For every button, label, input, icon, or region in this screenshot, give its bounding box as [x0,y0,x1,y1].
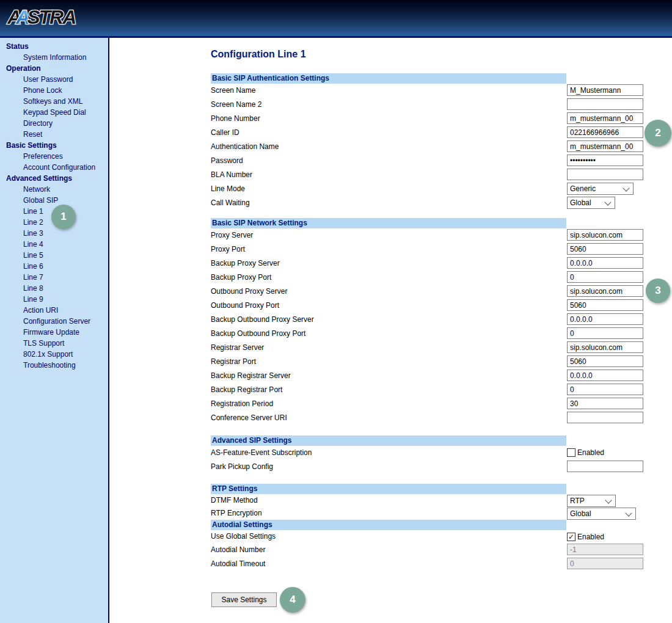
sidebar-item-system-information[interactable]: System Information [0,52,108,63]
section-header-basic-sip-network: Basic SIP Network Settings [211,218,566,228]
as-feature-event-subscription-checkbox[interactable] [567,448,575,457]
section-header-basic-sip-authentication: Basic SIP Authentication Settings [211,73,566,84]
backup-proxy-server-input[interactable] [567,257,643,269]
sidebar-section-status: Status [0,41,108,52]
field-label: Registration Period [211,397,273,411]
sidebar-item-network[interactable]: Network [0,184,108,195]
form-row: Outbound Proxy Server [211,285,646,299]
field-label: Backup Registrar Port [211,383,282,397]
backup-outbound-proxy-server-input[interactable] [567,313,643,325]
park-pickup-config-input[interactable] [567,461,643,472]
sidebar-item-line-4[interactable]: Line 4 [0,239,108,250]
form-row: Backup Proxy Port [211,271,646,285]
form-row: Password [211,154,646,168]
sidebar-item-directory[interactable]: Directory [0,118,108,129]
field-label: BLA Number [211,168,252,182]
autodial-timeout-input [567,558,643,569]
sidebar-item-8021x-support[interactable]: 802.1x Support [0,349,108,360]
outbound-proxy-port-input[interactable] [567,299,643,311]
chevron-down-icon [623,184,629,191]
sidebar-item-softkeys-and-xml[interactable]: Softkeys and XML [0,96,108,107]
select-value: Global [570,199,591,207]
autodial-number-input [567,544,643,555]
screen-name-2-input[interactable] [567,98,643,110]
form-row: Proxy Port [211,242,646,257]
sidebar-item-preferences[interactable]: Preferences [0,151,108,162]
registrar-port-input[interactable] [567,355,643,367]
sidebar-item-user-password[interactable]: User Password [0,74,108,85]
form-row: Registrar Port [211,355,646,369]
sidebar-item-global-sip[interactable]: Global SIP [0,195,108,206]
registrar-server-input[interactable] [567,341,643,353]
field-label: Line Mode [211,182,245,196]
proxy-server-input[interactable] [567,229,643,241]
backup-registrar-port-input[interactable] [567,384,643,395]
field-label: Autodial Number [211,543,265,557]
field-label: Backup Proxy Port [211,271,271,285]
save-settings-button[interactable]: Save Settings [211,592,277,607]
form-row: Registration Period [211,397,646,411]
field-label: Phone Number [211,112,260,126]
conference-server-uri-input[interactable] [567,412,643,423]
field-label: Registrar Server [211,341,264,355]
chevron-down-icon [605,497,612,503]
section-header-rtp: RTP Settings [211,484,566,494]
form-row: Phone Number [211,112,646,126]
field-label: Password [211,154,243,168]
sidebar-item-line-3[interactable]: Line 3 [0,228,108,239]
form-row: RTP EncryptionGlobal [211,507,646,520]
use-global-settings-checkbox[interactable] [567,533,575,541]
sidebar-item-action-uri[interactable]: Action URI [0,305,108,316]
sidebar-item-account-configuration[interactable]: Account Configuration [0,162,108,173]
phone-number-input[interactable] [567,112,643,124]
select-value: Global [570,509,591,518]
form-row: DTMF MethodRTP [211,494,646,507]
dtmf-method-select[interactable]: RTP [567,495,616,507]
sidebar-item-line-7[interactable]: Line 7 [0,272,108,283]
field-label: Outbound Proxy Port [211,299,279,313]
screen-name-input[interactable] [567,84,643,96]
backup-outbound-proxy-port-input[interactable] [567,327,643,339]
logo-letters-stra: STRA [27,6,75,28]
sidebar-item-phone-lock[interactable]: Phone Lock [0,85,108,96]
sidebar-item-tls-support[interactable]: TLS Support [0,338,108,349]
form-row: Proxy Server [211,228,646,242]
field-label: Call Waiting [211,196,250,210]
sidebar-item-line-5[interactable]: Line 5 [0,250,108,261]
svg-text:AASTRA: AASTRA [7,6,75,28]
sidebar-item-keypad-speed-dial[interactable]: Keypad Speed Dial [0,107,108,118]
sidebar-section-advanced-settings: Advanced Settings [0,173,108,184]
registration-period-input[interactable] [567,398,643,409]
form-row: Conference Server URI [211,411,646,425]
select-value: Generic [570,184,596,193]
chevron-down-icon [625,509,632,516]
caller-id-input[interactable] [567,126,643,138]
call-waiting-select[interactable]: Global [567,197,615,209]
field-label: Backup Proxy Server [211,257,280,271]
section-header-autodial: Autodial Settings [211,520,566,530]
bla-number-input[interactable] [567,169,643,180]
sidebar-item-line-6[interactable]: Line 6 [0,261,108,272]
sidebar-item-reset[interactable]: Reset [0,129,108,140]
chevron-down-icon [604,199,611,205]
field-label: Backup Registrar Server [211,369,291,383]
backup-proxy-port-input[interactable] [567,271,643,283]
form-row: Backup Registrar Server [211,369,646,383]
proxy-port-input[interactable] [567,243,643,255]
annotation-marker-1: 1 [51,205,76,229]
line-mode-select[interactable]: Generic [567,183,634,195]
backup-registrar-server-input[interactable] [567,370,643,381]
sidebar-item-firmware-update[interactable]: Firmware Update [0,327,108,338]
rtp-encryption-select[interactable]: Global [567,508,636,520]
sidebar-item-troubleshooting[interactable]: Troubleshooting [0,360,108,371]
outbound-proxy-server-input[interactable] [567,285,643,297]
field-label: Park Pickup Config [211,460,273,474]
authentication-name-input[interactable] [567,140,643,152]
password-input[interactable] [567,155,643,166]
form-row: BLA Number [211,168,646,182]
sidebar-item-line-8[interactable]: Line 8 [0,283,108,294]
annotation-marker-4: 4 [280,587,305,613]
sidebar-item-configuration-server[interactable]: Configuration Server [0,316,108,327]
sidebar-item-line-9[interactable]: Line 9 [0,294,108,305]
form-row: Backup Outbound Proxy Port [211,327,646,341]
